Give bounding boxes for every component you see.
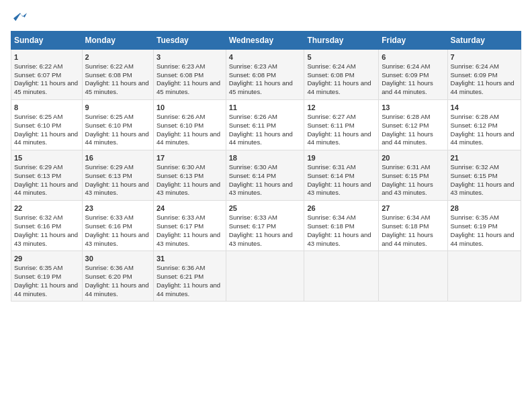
calendar-cell: 1Sunrise: 6:22 AMSunset: 6:07 PMDaylight… xyxy=(11,50,83,100)
header-tuesday: Tuesday xyxy=(154,32,226,50)
day-number: 29 xyxy=(14,254,79,264)
day-number: 7 xyxy=(451,52,518,62)
calendar-cell: 22Sunrise: 6:32 AMSunset: 6:16 PMDayligh… xyxy=(11,201,83,251)
day-number: 14 xyxy=(451,103,518,113)
logo-bird-icon xyxy=(13,11,27,24)
calendar-cell: 31Sunrise: 6:36 AMSunset: 6:21 PMDayligh… xyxy=(154,251,226,302)
calendar-cell: 16Sunrise: 6:29 AMSunset: 6:13 PMDayligh… xyxy=(82,150,153,201)
calendar-cell: 19Sunrise: 6:31 AMSunset: 6:14 PMDayligh… xyxy=(304,150,379,201)
calendar-cell: 8Sunrise: 6:25 AMSunset: 6:10 PMDaylight… xyxy=(11,100,83,150)
day-number: 19 xyxy=(307,153,375,163)
calendar-cell: 12Sunrise: 6:27 AMSunset: 6:11 PMDayligh… xyxy=(304,100,379,150)
calendar-cell xyxy=(447,251,521,302)
day-number: 6 xyxy=(382,52,444,62)
calendar-cell xyxy=(226,251,304,302)
day-number: 30 xyxy=(85,254,150,264)
calendar-cell: 10Sunrise: 6:26 AMSunset: 6:10 PMDayligh… xyxy=(154,100,226,150)
calendar-cell: 25Sunrise: 6:33 AMSunset: 6:17 PMDayligh… xyxy=(226,201,304,251)
header-monday: Monday xyxy=(82,32,153,50)
calendar-cell: 23Sunrise: 6:33 AMSunset: 6:16 PMDayligh… xyxy=(82,201,153,251)
day-number: 10 xyxy=(157,103,223,113)
day-number: 3 xyxy=(157,52,223,62)
calendar-cell: 11Sunrise: 6:26 AMSunset: 6:11 PMDayligh… xyxy=(226,100,304,150)
calendar-cell: 29Sunrise: 6:35 AMSunset: 6:19 PMDayligh… xyxy=(11,251,83,302)
logo xyxy=(11,11,27,24)
header-saturday: Saturday xyxy=(447,32,521,50)
day-number: 15 xyxy=(14,153,79,163)
header-thursday: Thursday xyxy=(304,32,379,50)
calendar-cell: 21Sunrise: 6:32 AMSunset: 6:15 PMDayligh… xyxy=(447,150,521,201)
week-row-5: 29Sunrise: 6:35 AMSunset: 6:19 PMDayligh… xyxy=(11,251,521,302)
calendar-cell: 30Sunrise: 6:36 AMSunset: 6:20 PMDayligh… xyxy=(82,251,153,302)
calendar-cell: 4Sunrise: 6:23 AMSunset: 6:08 PMDaylight… xyxy=(226,50,304,100)
calendar-cell xyxy=(379,251,447,302)
week-row-1: 1Sunrise: 6:22 AMSunset: 6:07 PMDaylight… xyxy=(11,50,521,100)
week-row-4: 22Sunrise: 6:32 AMSunset: 6:16 PMDayligh… xyxy=(11,201,521,251)
day-number: 9 xyxy=(85,103,150,113)
day-number: 31 xyxy=(157,254,223,264)
day-number: 8 xyxy=(14,103,79,113)
day-number: 4 xyxy=(229,52,302,62)
calendar-cell: 5Sunrise: 6:24 AMSunset: 6:08 PMDaylight… xyxy=(304,50,379,100)
calendar-cell: 13Sunrise: 6:28 AMSunset: 6:12 PMDayligh… xyxy=(379,100,447,150)
day-number: 27 xyxy=(382,203,444,214)
calendar-cell: 26Sunrise: 6:34 AMSunset: 6:18 PMDayligh… xyxy=(304,201,379,251)
calendar-cell: 2Sunrise: 6:22 AMSunset: 6:08 PMDaylight… xyxy=(82,50,153,100)
day-number: 16 xyxy=(85,153,150,163)
svg-marker-0 xyxy=(13,13,27,21)
week-row-2: 8Sunrise: 6:25 AMSunset: 6:10 PMDaylight… xyxy=(11,100,521,150)
calendar-cell: 3Sunrise: 6:23 AMSunset: 6:08 PMDaylight… xyxy=(154,50,226,100)
day-number: 21 xyxy=(451,153,518,163)
day-number: 23 xyxy=(85,203,150,214)
day-number: 20 xyxy=(382,153,444,163)
day-number: 22 xyxy=(14,203,79,214)
calendar-cell xyxy=(304,251,379,302)
day-number: 13 xyxy=(382,103,444,113)
day-number: 5 xyxy=(307,52,375,62)
calendar-cell: 27Sunrise: 6:34 AMSunset: 6:18 PMDayligh… xyxy=(379,201,447,251)
header-sunday: Sunday xyxy=(11,32,83,50)
calendar-header-row: SundayMondayTuesdayWednesdayThursdayFrid… xyxy=(11,32,521,50)
day-number: 12 xyxy=(307,103,375,113)
day-number: 1 xyxy=(14,52,79,62)
day-number: 28 xyxy=(451,203,518,214)
page-header xyxy=(11,11,521,24)
day-number: 17 xyxy=(157,153,223,163)
calendar-cell: 20Sunrise: 6:31 AMSunset: 6:15 PMDayligh… xyxy=(379,150,447,201)
calendar-cell: 15Sunrise: 6:29 AMSunset: 6:13 PMDayligh… xyxy=(11,150,83,201)
day-number: 18 xyxy=(229,153,302,163)
calendar-cell: 17Sunrise: 6:30 AMSunset: 6:13 PMDayligh… xyxy=(154,150,226,201)
calendar-cell: 24Sunrise: 6:33 AMSunset: 6:17 PMDayligh… xyxy=(154,201,226,251)
header-wednesday: Wednesday xyxy=(226,32,304,50)
day-number: 2 xyxy=(85,52,150,62)
day-number: 25 xyxy=(229,203,302,214)
header-friday: Friday xyxy=(379,32,447,50)
calendar-cell: 18Sunrise: 6:30 AMSunset: 6:14 PMDayligh… xyxy=(226,150,304,201)
calendar-cell: 6Sunrise: 6:24 AMSunset: 6:09 PMDaylight… xyxy=(379,50,447,100)
calendar-cell: 7Sunrise: 6:24 AMSunset: 6:09 PMDaylight… xyxy=(447,50,521,100)
day-number: 26 xyxy=(307,203,375,214)
week-row-3: 15Sunrise: 6:29 AMSunset: 6:13 PMDayligh… xyxy=(11,150,521,201)
calendar-table: SundayMondayTuesdayWednesdayThursdayFrid… xyxy=(11,31,521,302)
calendar-cell: 14Sunrise: 6:28 AMSunset: 6:12 PMDayligh… xyxy=(447,100,521,150)
day-number: 24 xyxy=(157,203,223,214)
calendar-cell: 9Sunrise: 6:25 AMSunset: 6:10 PMDaylight… xyxy=(82,100,153,150)
calendar-cell: 28Sunrise: 6:35 AMSunset: 6:19 PMDayligh… xyxy=(447,201,521,251)
day-number: 11 xyxy=(229,103,302,113)
